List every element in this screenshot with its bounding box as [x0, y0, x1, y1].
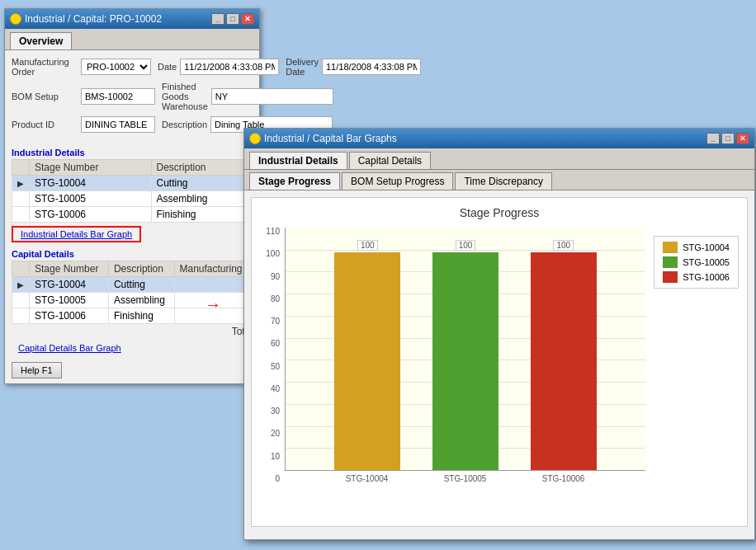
main-window: Industrial / Capital: PRO-10002 _ □ ✕ Ov… [4, 8, 260, 384]
legend-color-2 [663, 271, 678, 283]
form-area: Manufacturing Order PRO-10002 Date Deliv… [5, 50, 259, 144]
table-row[interactable]: STG-10005 Assembling [12, 191, 253, 207]
graph-minimize-button[interactable]: _ [706, 133, 720, 144]
industrial-details-tab[interactable]: Industrial Details [249, 152, 347, 169]
y-label-30: 30 [271, 407, 280, 416]
y-label-0: 0 [275, 475, 280, 483]
main-titlebar: Industrial / Capital: PRO-10002 _ □ ✕ [5, 9, 259, 29]
stage-number: STG-10006 [30, 207, 152, 223]
stage-desc: Finishing [151, 207, 252, 223]
maximize-button[interactable]: □ [226, 13, 239, 25]
delivery-date-label: Delivery Date [286, 57, 319, 77]
x-labels-row: STG-10004 STG-10005 STG-10006 [285, 471, 645, 483]
date-input[interactable] [180, 59, 279, 75]
row-arrow: ▶ [12, 176, 30, 191]
graph-maximize-button[interactable]: □ [721, 133, 735, 144]
description-label: Description [162, 120, 207, 129]
industrial-details-table-container: Stage Number Description ▶ STG-10004 Cut… [5, 159, 259, 223]
chart-body: 110 100 90 80 70 60 50 40 30 20 10 0 [260, 228, 739, 483]
legend-label-1: STG-10005 [683, 257, 730, 267]
y-label-50: 50 [271, 363, 280, 371]
capital-details-header: Capital Details [5, 246, 259, 261]
help-button[interactable]: Help F1 [12, 362, 62, 378]
ind-col-desc: Description [151, 160, 252, 176]
capital-details-table: Stage Number Description Manufacturing ▶… [12, 261, 253, 324]
overview-tab[interactable]: Overview [10, 32, 72, 49]
bar-0 [334, 252, 400, 470]
stage-number: STG-10004 [30, 176, 152, 191]
legend-color-0 [663, 242, 678, 253]
industrial-bar-graph-link[interactable]: Industrial Details Bar Graph [14, 228, 139, 241]
legend-label-2: STG-10006 [683, 272, 730, 282]
capital-details-tab[interactable]: Capital Details [349, 152, 431, 169]
ind-col-arrow [12, 160, 30, 176]
capital-total-row: Total [5, 324, 259, 339]
time-discrepancy-tab[interactable]: Time Discrepancy [455, 172, 552, 190]
cap-stage: STG-10004 [30, 277, 109, 293]
legend-item-1: STG-10005 [663, 256, 730, 268]
x-label-0: STG-10004 [334, 474, 400, 483]
titlebar-left: Industrial / Capital: PRO-10002 [10, 13, 162, 25]
product-id-input[interactable] [81, 116, 155, 133]
title-icon [10, 13, 21, 25]
stage-desc: Assembling [151, 191, 252, 207]
chart-plot-area: 100 100 100 ST [285, 228, 645, 483]
graph-window-controls: _ □ ✕ [706, 133, 749, 144]
cap-col-stage: Stage Number [30, 261, 109, 277]
bar-group-0: 100 [334, 240, 400, 470]
graph-close-button[interactable]: ✕ [736, 133, 749, 144]
graph-titlebar: Industrial / Capital Bar Graphs _ □ ✕ [244, 129, 754, 148]
help-button-container: Help F1 [5, 357, 259, 383]
bar-group-1: 100 [432, 240, 498, 470]
cap-desc: Assembling [108, 293, 174, 308]
red-highlight-box: Industrial Details Bar Graph [12, 226, 141, 242]
main-title: Industrial / Capital: PRO-10002 [25, 13, 162, 25]
close-button[interactable]: ✕ [241, 13, 254, 25]
stage-number: STG-10005 [30, 191, 152, 207]
row-arrow: ▶ [12, 277, 30, 293]
cap-desc: Finishing [108, 308, 174, 324]
cap-desc: Cutting [108, 277, 174, 293]
legend-item-2: STG-10006 [663, 271, 730, 283]
product-id-row: Product ID Description [12, 116, 253, 133]
table-row[interactable]: STG-10006 Finishing [12, 207, 253, 223]
table-row[interactable]: ▶ STG-10004 Cutting [12, 277, 253, 293]
y-label-70: 70 [271, 317, 280, 326]
bom-setup-label: BOM Setup [12, 92, 78, 101]
chart-legend: STG-10004 STG-10005 STG-10006 [654, 236, 739, 289]
stage-desc: Cutting [151, 176, 252, 191]
manufacturing-order-select[interactable]: PRO-10002 [81, 59, 151, 75]
table-row[interactable]: ▶ STG-10004 Cutting [12, 176, 253, 191]
capital-bar-graph-link[interactable]: Capital Details Bar Graph [12, 341, 128, 355]
y-axis: 110 100 90 80 70 60 50 40 30 20 10 0 [260, 228, 285, 483]
capital-bar-graph-link-container: Capital Details Bar Graph [5, 339, 259, 357]
cap-col-arrow [12, 261, 30, 277]
minimize-button[interactable]: _ [211, 13, 224, 25]
finished-goods-input[interactable] [211, 88, 333, 105]
industrial-details-header: Industrial Details [5, 144, 259, 159]
stage-progress-tab[interactable]: Stage Progress [249, 172, 340, 190]
graph-tab-bar: Industrial Details Capital Details [244, 148, 754, 170]
ind-col-stage: Stage Number [30, 160, 152, 176]
bar-value-1: 100 [456, 240, 476, 251]
y-label-100: 100 [266, 250, 280, 258]
bars-container: 100 100 100 [285, 228, 645, 471]
y-label-40: 40 [271, 385, 280, 393]
product-id-label: Product ID [12, 120, 78, 129]
y-label-80: 80 [271, 295, 280, 303]
bar-1 [432, 252, 498, 470]
chart-title: Stage Progress [260, 206, 739, 219]
x-label-1: STG-10005 [432, 474, 498, 483]
finished-goods-label: Finished Goods Warehouse [162, 82, 208, 111]
bar-2 [531, 252, 597, 470]
bars-row: 100 100 100 [286, 228, 645, 470]
bom-setup-input[interactable] [81, 88, 155, 105]
cap-stage: STG-10006 [30, 308, 109, 324]
delivery-date-input[interactable] [322, 59, 421, 75]
chart-area: Stage Progress 110 100 90 80 70 60 50 40… [251, 197, 748, 527]
bar-value-0: 100 [357, 240, 378, 251]
cap-col-mfg: Manufacturing [174, 261, 253, 277]
main-tab-bar: Overview [5, 29, 259, 50]
bom-setup-progress-tab[interactable]: BOM Setup Progress [342, 172, 453, 190]
y-label-20: 20 [271, 430, 280, 438]
